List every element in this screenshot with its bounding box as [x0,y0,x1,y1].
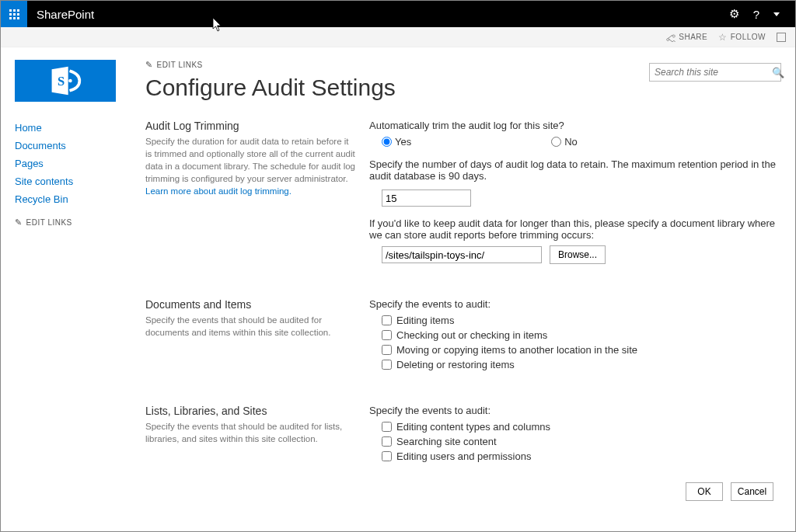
app-name: SharePoint [37,8,94,21]
retention-days-label: Specify the number of days of audit log … [369,158,781,182]
chk-users-permissions[interactable]: Editing users and permissions [382,450,781,462]
nav-documents[interactable]: Documents [15,137,131,155]
section-audit-log-trimming: Audit Log Trimming Specify the duration … [145,120,781,264]
events-label: Specify the events to audit: [369,298,781,310]
section-lists-libraries-sites: Lists, Libraries, and Sites Specify the … [145,405,781,501]
focus-content-button[interactable] [777,33,786,42]
app-launcher-button[interactable] [1,1,27,27]
search-box[interactable]: 🔍 [649,63,781,82]
section-documents-items: Documents and Items Specify the events t… [145,298,781,370]
site-logo[interactable]: S [15,60,116,102]
radio-no[interactable]: No [551,136,578,148]
top-edit-links[interactable]: ✎ EDIT LINKS [145,60,396,70]
sharepoint-logo-icon: S [48,64,82,98]
user-menu-caret-icon[interactable] [773,12,780,16]
svg-text:S: S [58,74,65,89]
waffle-icon [9,9,19,19]
section-description: Specify the duration for audit data to r… [145,135,355,197]
nav-edit-links[interactable]: ✎ EDIT LINKS [15,217,131,228]
page-action-bar: SHARE ☆ FOLLOW [1,27,795,47]
edit-links-label: EDIT LINKS [26,218,72,227]
left-navigation: Home Documents Pages Site contents Recyc… [15,119,131,228]
follow-button[interactable]: ☆ FOLLOW [718,32,766,43]
page-title: Configure Audit Settings [145,75,396,101]
pencil-icon: ✎ [145,60,153,70]
edit-links-label: EDIT LINKS [157,61,203,69]
pencil-icon: ✎ [15,217,23,228]
search-icon[interactable]: 🔍 [772,67,784,78]
share-button[interactable]: SHARE [666,33,707,42]
suite-bar: SharePoint ⚙ ? [1,1,795,27]
ok-button[interactable]: OK [686,482,723,501]
help-icon[interactable]: ? [753,8,759,21]
retention-days-input[interactable] [382,190,471,207]
chk-checking-out-in[interactable]: Checking out or checking in items [382,329,781,341]
browse-button[interactable]: Browse... [550,245,606,264]
nav-site-contents[interactable]: Site contents [15,172,131,190]
share-label: SHARE [679,33,707,41]
section-title: Documents and Items [145,298,355,311]
suite-bar-right: ⚙ ? [729,7,795,21]
chk-deleting-restoring[interactable]: Deleting or restoring items [382,359,781,370]
svg-point-1 [68,79,72,83]
nav-pages[interactable]: Pages [15,155,131,172]
search-input[interactable] [655,67,772,78]
star-icon: ☆ [718,32,728,43]
settings-gear-icon[interactable]: ⚙ [729,7,739,21]
nav-home[interactable]: Home [15,119,131,137]
events-label: Specify the events to audit: [369,405,781,416]
radio-yes[interactable]: Yes [382,136,411,148]
learn-more-link[interactable]: Learn more about audit log trimming. [145,186,292,196]
share-icon [666,33,676,42]
library-path-input[interactable] [382,246,542,263]
auto-trim-label: Automatically trim the audit log for thi… [369,120,781,131]
section-title: Audit Log Trimming [145,120,355,132]
nav-recycle-bin[interactable]: Recycle Bin [15,190,131,208]
section-description: Specify the events that should be audite… [145,314,355,339]
follow-label: FOLLOW [731,33,766,41]
chk-searching[interactable]: Searching site content [382,436,781,447]
chk-editing-items[interactable]: Editing items [382,315,781,326]
cancel-button[interactable]: Cancel [731,482,773,501]
library-path-label: If you'd like to keep audit data for lon… [369,217,781,241]
section-description: Specify the events that should be audite… [145,420,355,445]
chk-content-types[interactable]: Editing content types and columns [382,421,781,433]
chk-moving-copying[interactable]: Moving or copying items to another locat… [382,344,781,356]
section-title: Lists, Libraries, and Sites [145,405,355,417]
